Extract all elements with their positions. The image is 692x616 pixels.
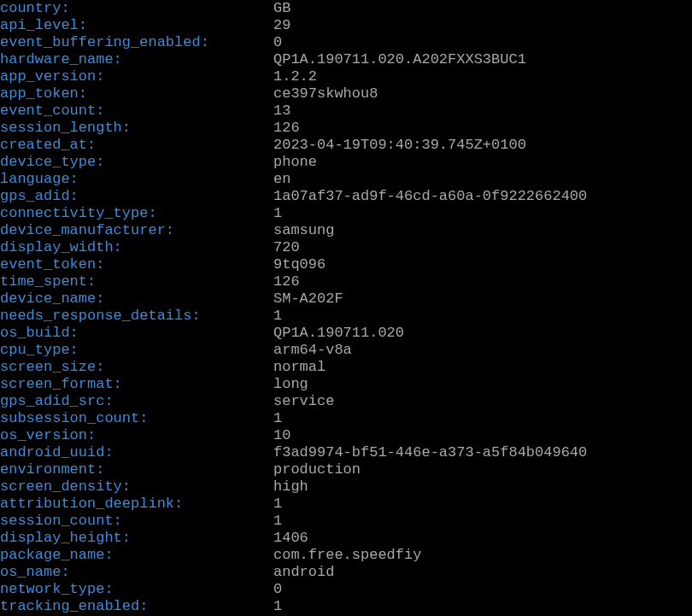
log-line: screen_density:high bbox=[0, 478, 692, 496]
log-line: network_type:0 bbox=[0, 581, 692, 598]
log-value: 126 bbox=[273, 273, 300, 290]
log-line: app_version:1.2.2 bbox=[0, 68, 692, 85]
log-key: os_name: bbox=[0, 564, 273, 581]
log-value: ce397skwhou8 bbox=[273, 85, 378, 103]
log-line: time_spent:126 bbox=[0, 273, 692, 290]
log-value: 29 bbox=[273, 17, 290, 34]
log-line: gps_adid:1a07af37-ad9f-46cd-a60a-0f92226… bbox=[0, 188, 692, 205]
log-key: screen_size: bbox=[0, 359, 273, 376]
log-value: 0 bbox=[273, 581, 282, 598]
log-line: event_token:9tq096 bbox=[0, 256, 692, 273]
log-value: production bbox=[273, 461, 361, 478]
log-key: device_name: bbox=[0, 290, 273, 308]
log-key: display_height: bbox=[0, 530, 273, 547]
log-value: normal bbox=[273, 359, 325, 376]
log-value: samsung bbox=[273, 222, 334, 239]
log-line: country:GB bbox=[0, 0, 692, 17]
log-line: connectivity_type:1 bbox=[0, 205, 692, 222]
log-key: package_name: bbox=[0, 547, 273, 564]
log-value: phone bbox=[273, 154, 317, 171]
log-line: device_type:phone bbox=[0, 154, 692, 171]
log-line: gps_adid_src:service bbox=[0, 393, 692, 410]
log-value: 1406 bbox=[273, 530, 308, 547]
log-value: GB bbox=[273, 0, 290, 17]
log-line: created_at:2023-04-19T09:40:39.745Z+0100 bbox=[0, 137, 692, 154]
log-value: 1 bbox=[273, 308, 282, 325]
log-value: 1a07af37-ad9f-46cd-a60a-0f9222662400 bbox=[273, 188, 587, 205]
log-value: en bbox=[273, 171, 290, 188]
log-output: country:GBapi_level:29event_buffering_en… bbox=[0, 0, 692, 615]
log-line: language:en bbox=[0, 171, 692, 188]
log-value: 0 bbox=[273, 34, 282, 51]
log-value: 1.2.2 bbox=[273, 68, 317, 85]
log-key: connectivity_type: bbox=[0, 205, 273, 222]
log-key: needs_response_details: bbox=[0, 308, 273, 325]
log-value: f3ad9974-bf51-446e-a373-a5f84b049640 bbox=[273, 444, 587, 461]
log-key: created_at: bbox=[0, 137, 273, 154]
log-value: 1 bbox=[273, 496, 282, 513]
log-key: country: bbox=[0, 0, 273, 17]
log-key: tracking_enabled: bbox=[0, 598, 273, 615]
log-key: environment: bbox=[0, 461, 273, 478]
log-value: 10 bbox=[273, 427, 290, 444]
log-value: 1 bbox=[273, 410, 282, 427]
log-line: device_manufacturer:samsung bbox=[0, 222, 692, 239]
log-line: environment:production bbox=[0, 461, 692, 478]
log-key: time_spent: bbox=[0, 273, 273, 290]
log-value: high bbox=[273, 478, 308, 496]
log-value: 1 bbox=[273, 513, 282, 530]
log-value: 720 bbox=[273, 239, 300, 256]
log-value: arm64-v8a bbox=[273, 342, 352, 359]
log-line: attribution_deeplink:1 bbox=[0, 496, 692, 513]
log-value: 1 bbox=[273, 598, 282, 615]
log-key: attribution_deeplink: bbox=[0, 496, 273, 513]
log-value: 13 bbox=[273, 103, 290, 120]
log-key: event_token: bbox=[0, 256, 273, 273]
log-key: network_type: bbox=[0, 581, 273, 598]
log-key: app_token: bbox=[0, 85, 273, 103]
log-value: service bbox=[273, 393, 334, 410]
log-key: android_uuid: bbox=[0, 444, 273, 461]
log-line: needs_response_details:1 bbox=[0, 308, 692, 325]
log-key: device_type: bbox=[0, 154, 273, 171]
log-key: cpu_type: bbox=[0, 342, 273, 359]
log-line: os_build:QP1A.190711.020 bbox=[0, 325, 692, 342]
log-line: api_level:29 bbox=[0, 17, 692, 34]
log-line: subsession_count:1 bbox=[0, 410, 692, 427]
log-line: os_name:android bbox=[0, 564, 692, 581]
log-key: os_build: bbox=[0, 325, 273, 342]
log-line: cpu_type:arm64-v8a bbox=[0, 342, 692, 359]
log-value: QP1A.190711.020 bbox=[273, 325, 404, 342]
log-value: QP1A.190711.020.A202FXXS3BUC1 bbox=[273, 51, 526, 68]
log-value: 9tq096 bbox=[273, 256, 325, 273]
log-value: android bbox=[273, 564, 334, 581]
log-value: 1 bbox=[273, 205, 282, 222]
log-key: event_count: bbox=[0, 103, 273, 120]
log-line: display_width:720 bbox=[0, 239, 692, 256]
log-value: SM-A202F bbox=[273, 290, 343, 308]
log-key: app_version: bbox=[0, 68, 273, 85]
log-key: gps_adid: bbox=[0, 188, 273, 205]
log-key: screen_format: bbox=[0, 376, 273, 393]
log-key: api_level: bbox=[0, 17, 273, 34]
log-value: com.free.speedfiy bbox=[273, 547, 421, 564]
log-key: display_width: bbox=[0, 239, 273, 256]
log-line: session_count:1 bbox=[0, 513, 692, 530]
log-key: gps_adid_src: bbox=[0, 393, 273, 410]
log-line: device_name:SM-A202F bbox=[0, 290, 692, 308]
log-line: session_length:126 bbox=[0, 120, 692, 137]
log-key: os_version: bbox=[0, 427, 273, 444]
log-key: language: bbox=[0, 171, 273, 188]
log-value: 2023-04-19T09:40:39.745Z+0100 bbox=[273, 137, 526, 154]
log-line: os_version:10 bbox=[0, 427, 692, 444]
log-key: event_buffering_enabled: bbox=[0, 34, 273, 51]
log-key: screen_density: bbox=[0, 478, 273, 496]
log-line: app_token:ce397skwhou8 bbox=[0, 85, 692, 103]
log-key: session_count: bbox=[0, 513, 273, 530]
log-value: long bbox=[273, 376, 308, 393]
log-line: package_name:com.free.speedfiy bbox=[0, 547, 692, 564]
log-line: hardware_name:QP1A.190711.020.A202FXXS3B… bbox=[0, 51, 692, 68]
log-line: event_count:13 bbox=[0, 103, 692, 120]
log-key: session_length: bbox=[0, 120, 273, 137]
log-line: tracking_enabled:1 bbox=[0, 598, 692, 615]
